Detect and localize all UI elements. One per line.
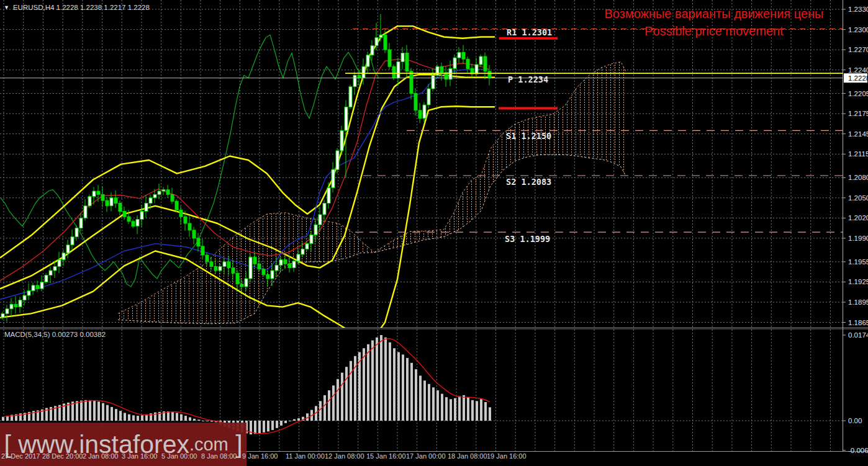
chevron-down-icon[interactable]: ▼	[4, 5, 9, 11]
macd-bar	[93, 401, 96, 421]
pivot-labels-layer[interactable]: R1 1.2301P 1.2234S1 1.2150S2 1.2083S3 1.…	[505, 27, 552, 244]
price-tick-label: 1.2205	[848, 90, 868, 97]
candle-bull	[223, 262, 226, 267]
time-tick-label: 27 Dec 2017	[1, 452, 40, 460]
macd-bar	[476, 401, 478, 421]
price-tick-label: 1.2050	[848, 194, 868, 202]
candle-bear	[97, 191, 100, 194]
price-movement-annotation[interactable]: Возможные варианты движения цены Possibl…	[577, 5, 851, 40]
pivot-label-s2[interactable]: S2 1.2083	[506, 177, 551, 187]
candle-bull	[45, 276, 48, 282]
candle-bull	[23, 295, 26, 300]
candle-bear	[440, 66, 443, 73]
price-chart-canvas[interactable]: R1 1.2301P 1.2234S1 1.2150S2 1.2083S3 1.…	[0, 0, 868, 466]
macd-bar	[337, 379, 339, 421]
macd-bar	[428, 384, 430, 421]
macd-bar	[376, 338, 378, 421]
candle-bull	[66, 245, 70, 253]
macd-bar	[111, 407, 113, 421]
time-tick-label: 18 Jan 08:00	[448, 452, 487, 460]
candle-bear	[358, 75, 361, 78]
time-tick-label: 5 Jan 00:00	[161, 452, 197, 460]
macd-bar	[463, 395, 465, 421]
macd-bar	[319, 401, 322, 421]
candle-bull	[136, 220, 139, 226]
candle-bull	[140, 212, 143, 220]
macd-bar	[371, 341, 374, 421]
price-axis[interactable]: 1.23301.23001.22701.22401.22051.21751.21…	[843, 6, 868, 326]
macd-bar	[80, 401, 83, 421]
candle-bull	[62, 253, 65, 260]
pivot-lines-layer[interactable]	[353, 29, 843, 233]
candle-bull	[1, 313, 4, 318]
macd-axis[interactable]: 0.017480.00-0.00604	[843, 331, 868, 454]
time-axis[interactable]: 27 Dec 201728 Dec 20:002 Jan 08:003 Jan …	[0, 452, 868, 465]
macd-bar	[402, 354, 404, 421]
candle-bear	[114, 198, 117, 204]
candle-bear	[106, 200, 109, 206]
candle-bear	[14, 304, 17, 307]
candle-bull	[336, 151, 339, 169]
candle-bear	[127, 217, 130, 222]
macd-bar	[380, 335, 382, 421]
pivot-label-s3[interactable]: S3 1.1999	[505, 234, 550, 244]
candle-bull	[275, 265, 278, 271]
macd-bar	[445, 397, 448, 421]
macd-bar	[450, 399, 452, 421]
candle-bear	[36, 285, 39, 289]
candle-bull	[432, 75, 435, 89]
candle-bear	[410, 71, 413, 94]
macd-bar	[280, 421, 283, 426]
price-tick-label: 1.1955	[848, 258, 868, 266]
macd-bar	[258, 421, 261, 434]
pivot-label-s1[interactable]: S1 1.2150	[506, 131, 551, 141]
price-tick-label: 1.2145	[848, 130, 868, 138]
candle-bull	[379, 35, 382, 37]
candle-bear	[253, 257, 256, 264]
candle-bull	[6, 309, 9, 314]
candle-bear	[227, 262, 230, 268]
pivot-label-r1[interactable]: R1 1.2301	[507, 27, 552, 37]
macd-bar	[171, 412, 174, 421]
macd-bar	[176, 413, 178, 421]
candle-bull	[75, 228, 78, 237]
candle-bear	[266, 275, 269, 279]
macd-bar	[106, 405, 109, 421]
macd-bar	[363, 348, 365, 421]
macd-bar	[2, 417, 4, 421]
macd-bar	[193, 419, 196, 421]
candle-bull	[249, 257, 252, 279]
macd-bar	[119, 411, 122, 421]
price-tick-label: 1.1925	[848, 278, 868, 285]
price-tick-label: 1.2020	[848, 214, 868, 222]
candle-bear	[123, 212, 126, 217]
macd-bar	[197, 419, 200, 421]
symbol-header[interactable]: ▼ EURUSD,H4 1.2228 1.2238 1.2217 1.2228	[4, 4, 150, 11]
annotation-layer[interactable]	[0, 38, 843, 109]
macd-bar	[284, 421, 287, 423]
candle-bull	[314, 225, 317, 235]
candle-bull	[479, 56, 482, 65]
pivot-label-p[interactable]: P 1.2234	[508, 74, 548, 84]
chart-window: R1 1.2301P 1.2234S1 1.2150S2 1.2083S3 1.…	[0, 0, 868, 466]
macd-bar	[128, 414, 130, 421]
ichimoku-cloud-layer	[118, 62, 626, 324]
candle-bull	[49, 271, 52, 276]
macd-bar	[267, 421, 269, 431]
macd-bar	[102, 403, 104, 421]
price-tick-label: 1.1865	[848, 319, 868, 326]
macd-bar	[332, 385, 335, 421]
time-tick-label: 12 Jan 08:00	[325, 452, 364, 460]
macd-bar	[423, 380, 426, 421]
candle-bull	[271, 271, 274, 279]
macd-bar	[289, 421, 291, 421]
macd-bar	[471, 400, 474, 421]
macd-bar	[341, 373, 343, 421]
candle-bull	[40, 282, 43, 289]
frame-layer	[0, 0, 868, 452]
candle-bull	[323, 204, 326, 215]
candle-bull	[162, 190, 165, 191]
candle-bull	[145, 204, 148, 212]
candle-bear	[214, 267, 217, 271]
time-tick-label: 19 Jan 16:00	[487, 452, 527, 460]
